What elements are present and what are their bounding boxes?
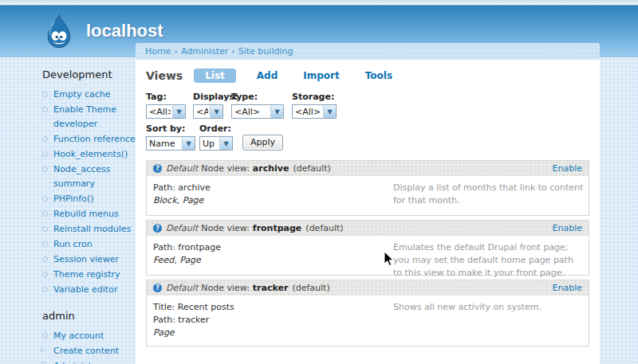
view-description: Display a list of months that link to co… <box>393 182 585 207</box>
sidebar-link[interactable]: Run cron <box>53 239 93 249</box>
chevron-down-icon[interactable]: ▼ <box>323 105 336 118</box>
tab-add[interactable]: Add <box>252 68 282 83</box>
sidebar-item-run-cron: Run cron <box>42 237 136 252</box>
filter-label: Displays: <box>193 92 231 102</box>
chevron-down-icon[interactable]: ▼ <box>270 105 283 118</box>
sidebar-link[interactable]: Hook_elements() <box>53 149 128 159</box>
sidebar-section-title: Development <box>42 68 136 80</box>
breadcrumb-link[interactable]: Administer <box>181 46 228 57</box>
sidebar-item-administer: ▽ Administer <box>42 359 136 364</box>
view-detail: Path: tracker <box>153 314 582 327</box>
sidebar-link[interactable]: Enable Theme developer <box>53 104 116 129</box>
view-type-label: Default <box>166 223 198 233</box>
view-row-body: Title: Recent postsPath: trackerPage Sho… <box>147 296 589 346</box>
sidebar-link[interactable]: Create content <box>53 346 119 356</box>
filter-select[interactable]: <All> ▼ <box>146 104 186 119</box>
apply-button[interactable]: Apply <box>242 135 283 151</box>
sidebar-item-variable-editor: Variable editor <box>42 283 136 297</box>
bullet-icon <box>42 226 48 232</box>
bullet-icon <box>42 241 48 247</box>
sidebar-section-title: admin <box>42 310 136 322</box>
select-value: <All> <box>194 107 208 117</box>
sidebar-link[interactable]: Function reference <box>53 134 136 144</box>
filter-label: Tag: <box>146 92 193 102</box>
page-title: Views <box>146 69 183 82</box>
breadcrumb-separator: › <box>231 46 234 57</box>
help-icon[interactable]: ? <box>153 284 162 292</box>
view-displays: Page <box>153 327 582 339</box>
view-type-label: Default <box>166 163 198 174</box>
sidebar-section: Development Empty cache Enable Theme dev… <box>42 68 136 297</box>
content-panel: Home›Administer›Site building Views List… <box>136 43 600 364</box>
sidebar-item-my-account: My account <box>42 329 136 343</box>
sidebar-link[interactable]: PHPinfo() <box>53 194 94 204</box>
filter-type: Type: <All> ▼ <box>231 92 292 119</box>
enable-link[interactable]: Enable <box>553 163 582 174</box>
sidebar-item-function-reference: Function reference <box>42 132 136 147</box>
title-row: Views ListAddImportTools <box>146 69 589 82</box>
enable-link[interactable]: Enable <box>553 283 582 293</box>
chevron-down-icon[interactable]: ▼ <box>172 105 185 118</box>
help-icon[interactable]: ? <box>153 164 162 173</box>
sidebar-menu: Empty cache Enable Theme developer Funct… <box>42 88 136 297</box>
tab-bar: ListAddImportTools <box>194 70 413 81</box>
sidebar-item-reinstall-modules: Reinstall modules <box>42 222 136 237</box>
sidebar-link[interactable]: Session viewer <box>53 254 119 264</box>
sidebar-link[interactable]: Node_access summary <box>53 164 110 189</box>
filter-sort: Sort by: Name ▼ <box>146 123 199 151</box>
sidebar-item-phpinfo-: PHPinfo() <box>42 192 136 206</box>
enable-link[interactable]: Enable <box>553 223 582 233</box>
sidebar-section: admin My account ▷ Create content ▽ Admi… <box>42 310 136 364</box>
sidebar-link[interactable]: Reinstall modules <box>53 224 131 234</box>
droplet-icon <box>41 14 77 49</box>
help-icon[interactable]: ? <box>153 224 162 233</box>
bullet-icon <box>42 107 48 112</box>
breadcrumb-link[interactable]: Home <box>145 46 171 57</box>
sidebar-link[interactable]: Theme registry <box>53 269 120 280</box>
sidebar-link[interactable]: My account <box>53 331 104 341</box>
triangle-expanded-icon: ▽ <box>41 361 45 364</box>
select-value: Name <box>147 139 175 149</box>
chevron-down-icon[interactable]: ▼ <box>182 137 195 150</box>
sidebar-item-enable-theme-developer: Enable Theme developer <box>42 103 136 131</box>
filter-select[interactable]: <All> ▼ <box>193 104 223 119</box>
bullet-icon <box>42 287 48 292</box>
sidebar-item-session-viewer: Session viewer <box>42 252 136 267</box>
tab-import[interactable]: Import <box>298 68 344 83</box>
filter-select[interactable]: Name ▼ <box>146 136 195 151</box>
tab-list[interactable]: List <box>194 68 236 83</box>
chevron-down-icon[interactable]: ▼ <box>210 105 223 118</box>
sidebar-link[interactable]: Empty cache <box>53 89 111 100</box>
breadcrumb-link[interactable]: Site building <box>238 46 293 57</box>
view-name: archive <box>253 163 289 174</box>
bullet-icon <box>42 151 48 157</box>
site-name[interactable]: localhost <box>86 21 163 41</box>
view-row-frontpage: ? Default Node view: frontpage (default)… <box>146 220 589 276</box>
view-kind-label: Node view: <box>201 223 250 233</box>
views-filters: Tag: <All> ▼ Displays: <All> ▼ Type: <Al… <box>146 92 589 151</box>
select-value: Up <box>200 139 215 149</box>
drupal-logo[interactable] <box>41 14 77 49</box>
view-row-body: Path: frontpageFeed, Page Emulates the d… <box>147 236 589 275</box>
view-description: Shows all new activity on system. <box>393 301 585 314</box>
page-background <box>600 57 638 364</box>
sidebar-link[interactable]: Rebuild menus <box>53 209 119 219</box>
tab-tools[interactable]: Tools <box>360 68 397 83</box>
filter-select[interactable]: <All> ▼ <box>292 104 337 119</box>
filter-select[interactable]: Up ▼ <box>199 136 233 151</box>
select-value: <All> <box>147 107 171 117</box>
chevron-down-icon[interactable]: ▼ <box>219 137 232 150</box>
filter-label: Order: <box>199 123 238 134</box>
sidebar-link[interactable]: Variable editor <box>53 284 117 295</box>
sidebar-link[interactable]: Administer <box>53 361 100 364</box>
filter-select[interactable]: <All> ▼ <box>231 104 284 119</box>
sidebar-item-rebuild-menus: Rebuild menus <box>42 207 136 221</box>
sidebar-item-empty-cache: Empty cache <box>42 88 136 102</box>
sidebar-item-node-access-summary: Node_access summary <box>42 162 136 191</box>
sidebar-item-theme-registry: Theme registry <box>42 268 136 282</box>
sidebar-navigation: Development Empty cache Enable Theme dev… <box>0 57 136 364</box>
view-kind-label: Node view: <box>201 283 250 293</box>
view-row-tracker: ? Default Node view: tracker (default) E… <box>146 280 589 346</box>
drupal-admin-page: localhost Development Empty cache Enable… <box>0 0 638 364</box>
sidebar-item-create-content: ▷ Create content <box>42 344 136 358</box>
